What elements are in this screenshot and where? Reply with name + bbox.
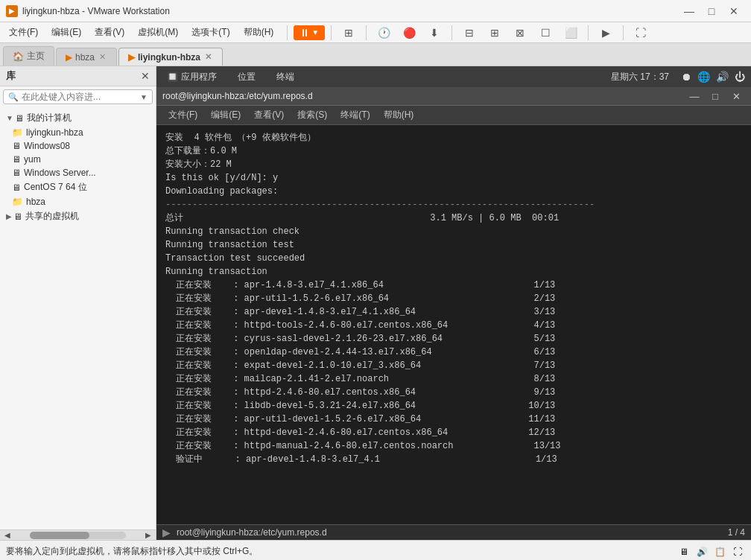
tab-liyingkun-hbza[interactable]: ▶ liyingkun-hbza ✕: [118, 48, 223, 66]
apps-icon: 🔲: [167, 71, 178, 82]
sidebar-item-yum[interactable]: 🖥 yum: [0, 153, 156, 166]
hscroll-right[interactable]: ▶: [141, 530, 156, 541]
sidebar-close-icon[interactable]: ✕: [141, 70, 150, 82]
toolbar-separator-5: [588, 25, 589, 40]
menu-vm[interactable]: 虚拟机(M): [132, 24, 184, 41]
terminal-menu-file[interactable]: 文件(F): [162, 107, 203, 123]
search-icon: 🔍: [8, 92, 19, 102]
folder-icon-hbza: 📁: [12, 197, 23, 207]
vm-toolbar-terminal[interactable]: 终端: [272, 69, 299, 85]
terminal-menu-help[interactable]: 帮助(H): [378, 107, 420, 123]
location-label: 位置: [238, 71, 256, 83]
terminal-title: root@liyingkun-hbza:/etc/yum.repos.d: [162, 91, 313, 101]
sidebar-search-box[interactable]: 🔍 ▼: [3, 89, 153, 104]
menu-file[interactable]: 文件(F): [3, 24, 44, 41]
status-bar: 要将输入定向到此虚拟机，请将鼠标指针移入其中或按 Ctrl+G。 🖥 🔊 📋 ⛶: [0, 540, 751, 560]
view-btn3[interactable]: ⊠: [509, 24, 531, 42]
view-btn4[interactable]: ☐: [534, 24, 557, 42]
vm-toolbar-apps[interactable]: 🔲 应用程序: [162, 69, 221, 85]
snapshot-btn2[interactable]: 🔴: [398, 24, 420, 42]
sidebar-item-shared[interactable]: ▶ 🖥 共享的虚拟机: [0, 209, 156, 224]
vm-toolbar-location[interactable]: 位置: [233, 69, 260, 85]
search-dropdown-icon[interactable]: ▼: [140, 93, 148, 101]
vm-toolbar: 🔲 应用程序 位置 终端 星期六 17：37 ⏺ 🌐 🔊 ⏻: [156, 66, 751, 87]
minimize-button[interactable]: —: [678, 0, 700, 22]
pause-button[interactable]: ⏸ ▼: [294, 25, 325, 40]
snapshot-button[interactable]: 🕐: [373, 24, 395, 42]
terminal-menu-view[interactable]: 查看(V): [248, 107, 290, 123]
tab-hbza-close[interactable]: ✕: [98, 51, 107, 63]
expand-arrow-shared: ▶: [6, 212, 12, 220]
status-icon-2[interactable]: 🔊: [694, 544, 709, 559]
fullscreen-btn[interactable]: ⛶: [630, 24, 652, 42]
tab-hbza[interactable]: ▶ hbza ✕: [56, 48, 117, 66]
tab-home[interactable]: 🏠 主页: [3, 46, 54, 66]
tab-liyingkun-label: liyingkun-hbza: [138, 52, 200, 63]
terminal-line: 正在安装 : httpd-manual-2.4.6-80.el7.centos.…: [165, 439, 742, 453]
sidebar-item-windows08[interactable]: 🖥 Windows08: [0, 139, 156, 153]
hscroll-left[interactable]: ◀: [0, 530, 15, 541]
monitor-button[interactable]: ⊞: [338, 24, 360, 42]
hscroll-track: [30, 532, 126, 539]
sidebar-item-liyingkun[interactable]: 📁 liyingkun-hbza: [0, 126, 156, 139]
toolbar-separator-4: [451, 25, 452, 40]
terminal-line: 正在安装 : httpd-2.4.6-80.el7.centos.x86_64 …: [165, 386, 742, 399]
sidebar-item-winserver-label: Windows Server...: [24, 168, 96, 178]
record-icon[interactable]: ⏺: [681, 71, 691, 83]
status-icons: 🖥 🔊 📋 ⛶: [676, 544, 745, 559]
vm-icon-liyingkun: ▶: [128, 52, 135, 63]
maximize-button[interactable]: □: [700, 0, 723, 22]
sidebar-item-windows-server[interactable]: 🖥 Windows Server...: [0, 166, 156, 179]
toolbar-separator-1: [287, 25, 288, 40]
sidebar-header: 库 ✕: [0, 66, 156, 86]
snapshot-btn3[interactable]: ⬇: [423, 24, 446, 42]
terminal-menu-edit[interactable]: 编辑(E): [205, 107, 247, 123]
hscroll-thumb[interactable]: [30, 532, 89, 539]
terminal-menu-terminal[interactable]: 终端(T): [335, 107, 376, 123]
terminal-page-info: 1 / 4: [728, 527, 745, 538]
status-icon-3[interactable]: 📋: [712, 544, 727, 559]
tab-liyingkun-close[interactable]: ✕: [203, 51, 213, 63]
view-btn5[interactable]: ⬜: [560, 24, 582, 42]
terminal-line: 正在安装 : openldap-devel-2.4.44-13.el7.x86_…: [165, 346, 742, 359]
terminal-close[interactable]: ✕: [727, 89, 745, 103]
terminal-minimize[interactable]: —: [685, 89, 703, 103]
view-btn2[interactable]: ⊞: [484, 24, 506, 42]
tree-root-mycomputer[interactable]: ▼ 🖥 我的计算机: [0, 110, 156, 126]
close-button[interactable]: ✕: [723, 0, 745, 22]
terminal-line: 正在安装 : apr-1.4.8-3.el7_4.1.x86_64 1/13: [165, 279, 742, 292]
sidebar-hscroll[interactable]: ◀ ▶: [0, 529, 156, 540]
terminal-footer-path: root@liyingkun-hbza:/etc/yum.repos.d: [177, 527, 722, 538]
power-icon[interactable]: ⏻: [735, 71, 745, 83]
main-content: 库 ✕ 🔍 ▼ ▼ 🖥 我的计算机 📁 liyingkun-hbza 🖥 Win…: [0, 66, 751, 540]
menu-tabs[interactable]: 选项卡(T): [186, 24, 235, 41]
vm-icon-yum: 🖥: [12, 154, 21, 165]
status-icon-1[interactable]: 🖥: [676, 544, 691, 559]
vm-clock: 星期六 17：37: [611, 71, 669, 83]
terminal-output[interactable]: 安装 4 软件包 （+9 依赖软件包）总下载量：6.0 M安装大小：22 MIs…: [156, 125, 751, 524]
toolbar: ⏸ ▼ ⊞ 🕐 🔴 ⬇ ⊟ ⊞ ⊠ ☐ ⬜ ▶ ⛶: [281, 24, 655, 42]
terminal-btn[interactable]: ▶: [595, 24, 617, 42]
sidebar-title: 库: [6, 69, 16, 83]
pause-icon: ⏸: [300, 27, 310, 39]
menu-view[interactable]: 查看(V): [89, 24, 130, 41]
terminal-maximize[interactable]: □: [706, 89, 724, 103]
terminal-line: 正在安装 : httpd-devel-2.4.6-80.el7.centos.x…: [165, 426, 742, 439]
folder-icon-liyingkun: 📁: [12, 127, 23, 138]
menu-bar: 文件(F) 编辑(E) 查看(V) 虚拟机(M) 选项卡(T) 帮助(H) ⏸ …: [0, 22, 751, 43]
terminal-menu-search[interactable]: 搜索(S): [291, 107, 333, 123]
status-icon-4[interactable]: ⛶: [730, 544, 745, 559]
sidebar-item-centos[interactable]: 🖥 CentOS 7 64 位: [0, 179, 156, 195]
menu-help[interactable]: 帮助(H): [238, 24, 280, 41]
menu-edit[interactable]: 编辑(E): [45, 24, 87, 41]
audio-icon[interactable]: 🔊: [716, 71, 729, 83]
terminal-line: Running transaction: [165, 265, 742, 279]
terminal-titlebar: root@liyingkun-hbza:/etc/yum.repos.d — □…: [156, 87, 751, 106]
network-icon[interactable]: 🌐: [697, 71, 710, 83]
view-btn1[interactable]: ⊟: [458, 24, 481, 42]
search-input[interactable]: [22, 92, 140, 102]
sidebar-item-windows08-label: Windows08: [24, 141, 70, 151]
sidebar-item-hbza[interactable]: 📁 hbza: [0, 195, 156, 209]
terminal-footer: ▶ root@liyingkun-hbza:/etc/yum.repos.d 1…: [156, 524, 751, 540]
window-controls: — □ ✕: [678, 0, 745, 22]
